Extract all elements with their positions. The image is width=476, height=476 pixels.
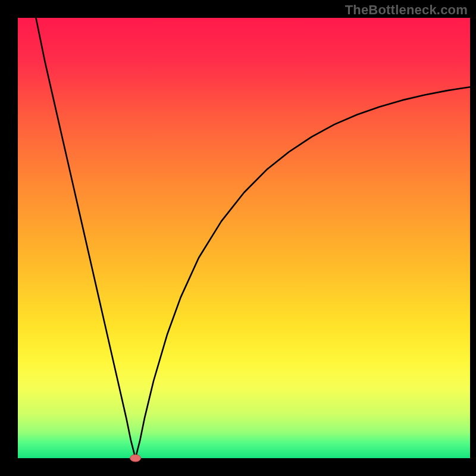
bottleneck-chart [0, 0, 476, 476]
chart-frame: TheBottleneck.com [0, 0, 476, 476]
watermark-text: TheBottleneck.com [345, 2, 468, 18]
optimal-point-marker [130, 455, 141, 462]
